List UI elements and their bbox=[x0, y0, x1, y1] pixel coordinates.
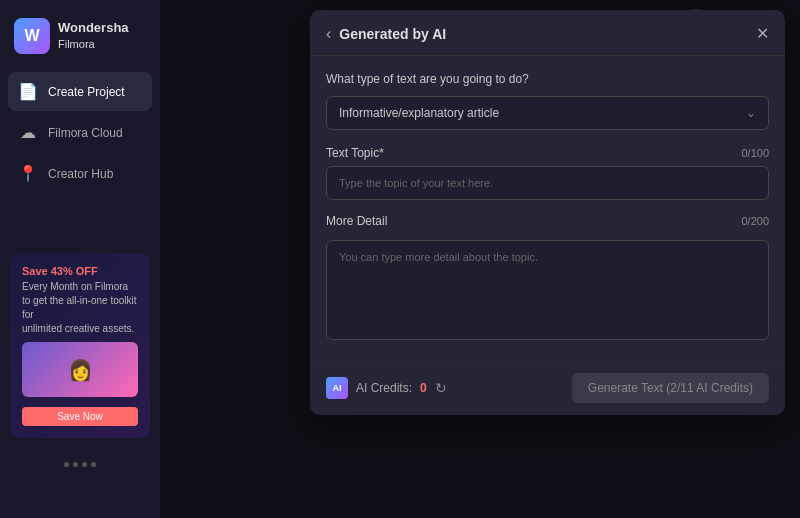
ad-line3: unlimited creative assets. bbox=[22, 322, 138, 336]
logo-icon: W bbox=[14, 18, 50, 54]
credits-value: 0 bbox=[420, 381, 427, 395]
ai-dialog: ‹ Generated by AI ✕ What type of text ar… bbox=[310, 10, 785, 415]
text-type-dropdown[interactable]: Informative/explanatory article ⌄ bbox=[326, 96, 769, 130]
more-detail-textarea[interactable] bbox=[326, 240, 769, 340]
more-detail-counter: 0/200 bbox=[741, 215, 769, 227]
sidebar-dots bbox=[0, 454, 160, 479]
create-project-icon: 📄 bbox=[18, 82, 38, 101]
ad-line2: to get the all-in-one toolkit for bbox=[22, 294, 138, 322]
ai-credits-section: AI AI Credits: 0 ↻ bbox=[326, 377, 447, 399]
sidebar-ad: Save 43% OFF Every Month on Filmora to g… bbox=[10, 253, 150, 438]
sidebar-item-filmora-cloud[interactable]: ☁ Filmora Cloud bbox=[8, 113, 152, 152]
text-topic-counter: 0/100 bbox=[741, 147, 769, 159]
dialog-body: What type of text are you going to do? I… bbox=[310, 56, 785, 360]
ad-line1: Every Month on Filmora bbox=[22, 280, 138, 294]
ad-image: 👩 bbox=[22, 342, 138, 397]
ai-label: AI Credits: bbox=[356, 381, 412, 395]
credits-refresh-icon[interactable]: ↻ bbox=[435, 380, 447, 396]
more-detail-label: More Detail bbox=[326, 214, 387, 228]
back-button[interactable]: ‹ bbox=[326, 25, 331, 43]
sidebar-logo: W Wondersha Filmora bbox=[0, 0, 160, 72]
dialog-title: Generated by AI bbox=[339, 26, 446, 42]
dialog-close-button[interactable]: ✕ bbox=[756, 24, 769, 43]
dialog-footer: AI AI Credits: 0 ↻ Generate Text (2/11 A… bbox=[310, 360, 785, 415]
dot-3 bbox=[82, 462, 87, 467]
sidebar-item-creator-hub[interactable]: 📍 Creator Hub bbox=[8, 154, 152, 193]
dot-4 bbox=[91, 462, 96, 467]
dropdown-value: Informative/explanatory article bbox=[339, 106, 499, 120]
text-topic-input[interactable] bbox=[326, 166, 769, 200]
sidebar-nav: 📄 Create Project ☁ Filmora Cloud 📍 Creat… bbox=[0, 72, 160, 193]
dialog-header-left: ‹ Generated by AI bbox=[326, 25, 446, 43]
dot-2 bbox=[73, 462, 78, 467]
sidebar-item-create-project[interactable]: 📄 Create Project bbox=[8, 72, 152, 111]
text-topic-header: Text Topic* 0/100 bbox=[326, 146, 769, 160]
logo-text: Wondersha Filmora bbox=[58, 20, 129, 51]
creator-hub-icon: 📍 bbox=[18, 164, 38, 183]
chevron-down-icon: ⌄ bbox=[746, 106, 756, 120]
sidebar: W Wondersha Filmora 📄 Create Project ☁ F… bbox=[0, 0, 160, 518]
ad-save-button[interactable]: Save Now bbox=[22, 407, 138, 426]
ad-discount: Save 43% OFF bbox=[22, 265, 138, 277]
ai-badge: AI bbox=[326, 377, 348, 399]
filmora-cloud-icon: ☁ bbox=[18, 123, 38, 142]
dialog-header: ‹ Generated by AI ✕ bbox=[310, 10, 785, 56]
generate-button[interactable]: Generate Text (2/11 AI Credits) bbox=[572, 373, 769, 403]
more-detail-section: More Detail 0/200 bbox=[326, 214, 769, 344]
app-background: W Wondersha Filmora 📄 Create Project ☁ F… bbox=[0, 0, 800, 518]
main-content: ☁ 🎧 ⊞ — ✕ 🗂 Open Project Copywriting › 🔍… bbox=[160, 0, 800, 518]
dot-1 bbox=[64, 462, 69, 467]
dialog-question: What type of text are you going to do? bbox=[326, 72, 769, 86]
text-topic-label: Text Topic* bbox=[326, 146, 384, 160]
more-detail-header: More Detail 0/200 bbox=[326, 214, 769, 228]
